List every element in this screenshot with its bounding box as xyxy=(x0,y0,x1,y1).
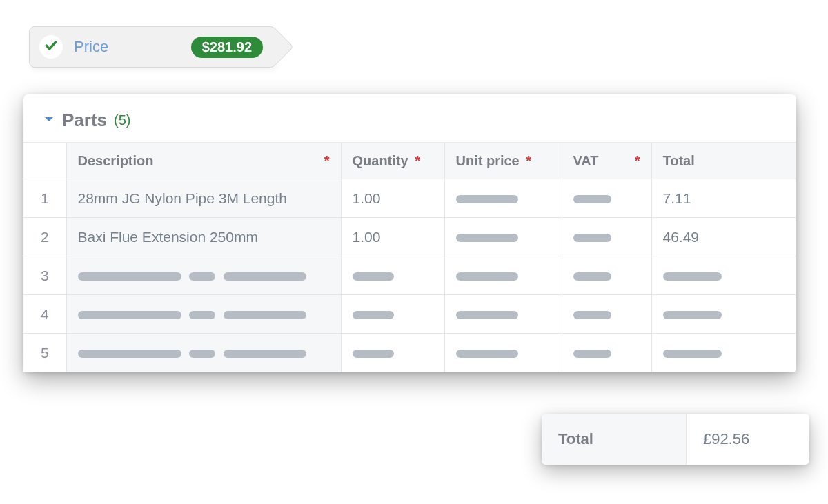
row-number: 1 xyxy=(23,179,66,218)
placeholder-bar xyxy=(353,350,394,358)
vat-cell[interactable] xyxy=(562,218,651,256)
parts-section-header[interactable]: Parts (5) xyxy=(23,110,796,143)
table-row[interactable]: 4 xyxy=(23,295,796,334)
placeholder-bar xyxy=(573,311,611,319)
check-circle xyxy=(39,35,63,59)
description-cell[interactable]: 28mm JG Nylon Pipe 3M Length xyxy=(66,179,341,218)
total-cell xyxy=(651,256,796,295)
col-header-total-label: Total xyxy=(663,153,695,168)
total-cell: 7.11 xyxy=(651,179,796,218)
col-header-quantity-label: Quantity xyxy=(353,153,408,168)
row-number: 5 xyxy=(23,334,66,372)
unit-price-cell[interactable] xyxy=(444,295,562,334)
placeholder-bar xyxy=(224,272,306,281)
unit-price-cell[interactable] xyxy=(444,334,562,372)
col-header-description-label: Description xyxy=(78,153,154,168)
row-number: 3 xyxy=(23,256,66,295)
placeholder-bar xyxy=(456,350,518,358)
col-header-vat: VAT * xyxy=(562,143,651,179)
placeholder-bar xyxy=(189,311,215,319)
table-row[interactable]: 3 xyxy=(23,256,796,295)
grand-total-label: Total xyxy=(542,414,687,465)
grand-total-value: £92.56 xyxy=(687,414,809,465)
col-header-total: Total xyxy=(651,143,796,179)
unit-price-cell[interactable] xyxy=(444,256,562,295)
description-cell[interactable] xyxy=(66,256,341,295)
col-header-number xyxy=(23,143,66,179)
total-cell xyxy=(651,295,796,334)
description-cell[interactable] xyxy=(66,334,341,372)
placeholder-bar xyxy=(224,350,306,358)
col-header-unit-price: Unit price * xyxy=(444,143,562,179)
placeholder-bar xyxy=(663,350,722,358)
col-header-unit-price-label: Unit price xyxy=(456,153,520,168)
parts-count: (5) xyxy=(114,112,130,128)
placeholder-bar xyxy=(189,272,215,281)
description-cell[interactable]: Baxi Flue Extension 250mm xyxy=(66,218,341,256)
quantity-cell[interactable]: 1.00 xyxy=(341,218,444,256)
table-header-row: Description * Quantity * Unit price * VA… xyxy=(23,143,796,179)
placeholder-bar xyxy=(456,195,518,203)
required-asterisk: * xyxy=(635,153,640,169)
quantity-cell[interactable] xyxy=(341,256,444,295)
placeholder-bar xyxy=(456,272,518,281)
quantity-cell[interactable] xyxy=(341,334,444,372)
required-asterisk: * xyxy=(526,153,531,168)
price-value-pill: $281.92 xyxy=(191,37,263,58)
placeholder-bar xyxy=(456,311,518,319)
parts-title: Parts xyxy=(62,110,107,131)
col-header-vat-label: VAT xyxy=(573,153,599,168)
table-row[interactable]: 1 28mm JG Nylon Pipe 3M Length 1.00 7.11 xyxy=(23,179,796,218)
placeholder-bar xyxy=(663,311,722,319)
placeholder-bar xyxy=(224,311,306,319)
description-cell[interactable] xyxy=(66,295,341,334)
placeholder-bar xyxy=(573,234,611,242)
placeholder-bar xyxy=(78,272,181,281)
check-icon xyxy=(44,39,58,55)
price-label: Price xyxy=(74,38,191,56)
vat-cell[interactable] xyxy=(562,334,651,372)
placeholder-bar xyxy=(78,311,181,319)
placeholder-bar xyxy=(353,272,394,281)
placeholder-bar xyxy=(189,350,215,358)
placeholder-bar xyxy=(573,195,611,203)
col-header-quantity: Quantity * xyxy=(341,143,444,179)
total-cell: 46.49 xyxy=(651,218,796,256)
row-number: 2 xyxy=(23,218,66,256)
grand-total-card: Total £92.56 xyxy=(542,414,809,465)
chevron-down-icon xyxy=(43,113,55,128)
row-number: 4 xyxy=(23,295,66,334)
table-row[interactable]: 5 xyxy=(23,334,796,372)
placeholder-bar xyxy=(573,272,611,281)
vat-cell[interactable] xyxy=(562,179,651,218)
total-cell xyxy=(651,334,796,372)
quantity-cell[interactable]: 1.00 xyxy=(341,179,444,218)
placeholder-bar xyxy=(456,234,518,242)
parts-card: Parts (5) Description * Quantity * Unit … xyxy=(23,94,796,372)
vat-cell[interactable] xyxy=(562,256,651,295)
required-asterisk: * xyxy=(324,153,330,169)
placeholder-bar xyxy=(78,350,181,358)
unit-price-cell[interactable] xyxy=(444,179,562,218)
required-asterisk: * xyxy=(415,153,420,168)
col-header-description: Description * xyxy=(66,143,341,179)
table-row[interactable]: 2 Baxi Flue Extension 250mm 1.00 46.49 xyxy=(23,218,796,256)
price-tag: Price $281.92 xyxy=(29,26,276,68)
placeholder-bar xyxy=(663,272,722,281)
placeholder-bar xyxy=(573,350,611,358)
vat-cell[interactable] xyxy=(562,295,651,334)
placeholder-bar xyxy=(353,311,394,319)
quantity-cell[interactable] xyxy=(341,295,444,334)
unit-price-cell[interactable] xyxy=(444,218,562,256)
parts-table: Description * Quantity * Unit price * VA… xyxy=(23,143,796,372)
